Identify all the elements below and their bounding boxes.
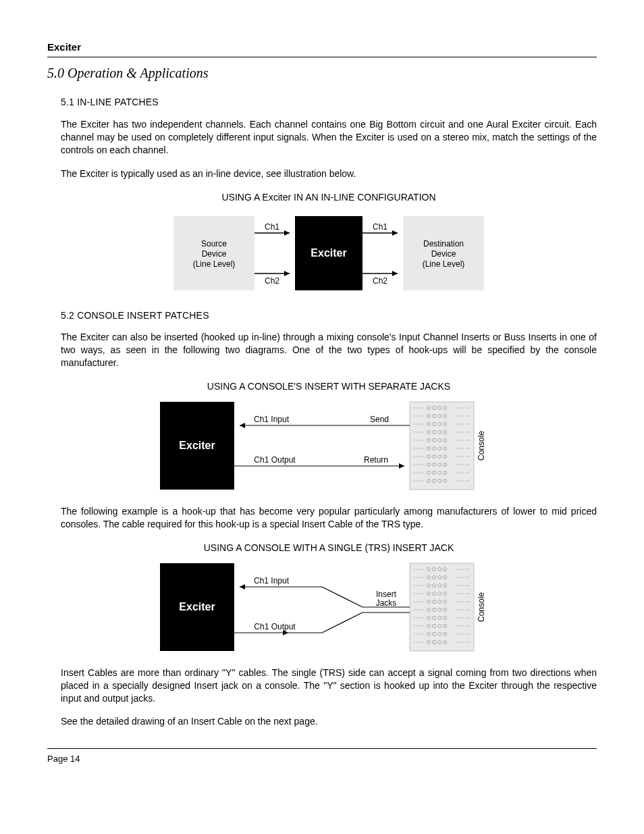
svg-rect-72 [410,563,474,651]
paragraph: Insert Cables are more than ordinary "Y"… [61,667,597,705]
arrow-left-icon [240,584,245,590]
section-heading: 5.0 Operation & Applications [47,64,597,82]
console-icon [410,402,474,490]
insert-label-1: Insert [376,590,397,599]
subheading-5-1: 5.1 IN-LINE PATCHES [61,96,597,109]
bottom-rule [47,748,597,749]
dest-line2: Device [431,249,456,259]
paragraph: The Exciter is typically used as an in-l… [61,167,597,180]
body-column: 5.1 IN-LINE PATCHES The Exciter has two … [61,96,597,728]
diagram-1-title: USING A Exciter IN AN IN-LINE CONFIGURAT… [61,191,597,204]
ch2-label-r: Ch2 [373,276,387,286]
arrow-right-icon [392,271,398,276]
ch1-output-label: Ch1 Output [254,455,296,465]
top-rule [47,57,597,57]
subheading-5-2: 5.2 CONSOLE INSERT PATCHES [61,309,597,322]
ch1-input-label: Ch1 Input [254,415,290,424]
ch2-label: Ch2 [265,276,279,286]
arrow-right-icon [284,271,290,276]
console-label: Console [477,592,486,621]
diagram-2-title: USING A CONSOLE'S INSERT WITH SEPARATE J… [61,380,597,393]
ch1-label: Ch1 [265,222,279,232]
svg-rect-8 [410,402,474,490]
console-label: Console [477,431,486,461]
dest-line1: Destination [423,239,464,249]
arrow-right-icon [284,230,290,236]
page-number: Page 14 [47,753,597,765]
diagram-3-title: USING A CONSOLE WITH A SINGLE (TRS) INSE… [61,542,597,554]
diagram-separate-jacks: Exciter [160,398,498,493]
diagram-inline-config: Source Device (Line Level) Exciter Desti… [173,209,484,297]
source-line3: (Line Level) [193,259,236,269]
svg-line-136 [322,613,363,633]
exciter-label: Exciter [179,440,215,451]
ch1-label-r: Ch1 [373,222,387,232]
arrow-right-icon [399,463,404,469]
svg-line-134 [322,587,363,607]
source-line1: Source [201,239,227,249]
console-icon [410,563,474,651]
paragraph: The following example is a hook-up that … [61,505,597,531]
diagram-trs-insert: Exciter [160,560,498,654]
ch1-input-label: Ch1 Input [254,576,290,585]
paragraph: The Exciter can also be inserted (hooked… [61,331,597,369]
paragraph: See the detailed drawing of an Insert Ca… [61,715,597,728]
paragraph: The Exciter has two independent channels… [61,118,597,157]
arrow-left-icon [240,423,245,428]
arrow-right-icon [392,230,398,236]
ch1-output-label: Ch1 Output [254,622,296,631]
exciter-label: Exciter [179,601,215,613]
dest-line3: (Line Level) [423,259,465,269]
source-line2: Device [202,249,227,259]
send-label: Send [370,415,389,424]
header-title: Exciter [47,41,597,54]
return-label: Return [364,455,388,465]
exciter-label: Exciter [311,247,346,259]
insert-label-2: Jacks [376,598,397,608]
